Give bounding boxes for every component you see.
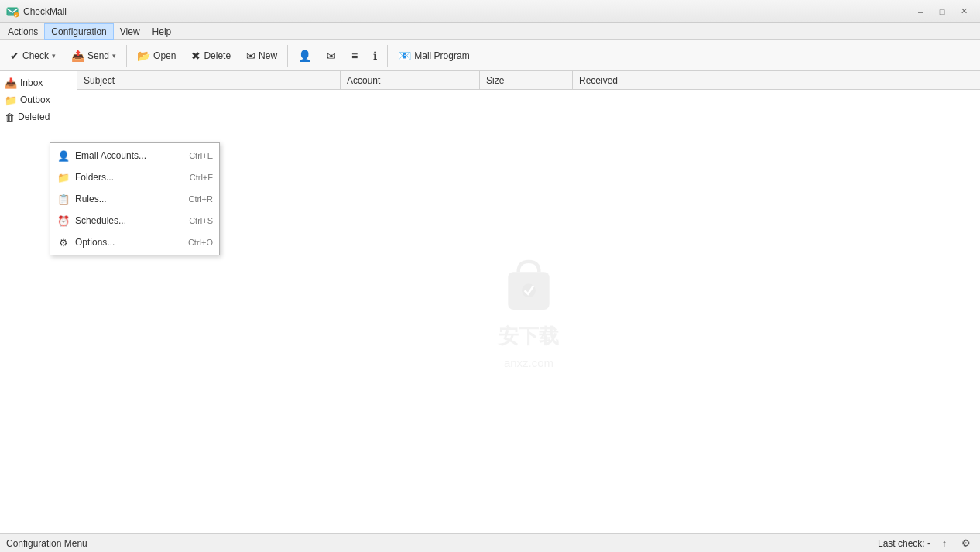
title-bar: ✔ CheckMail – □ ✕ <box>0 0 980 23</box>
send-button[interactable]: 📤 Send ▾ <box>64 43 123 68</box>
sidebar-item-inbox[interactable]: 📥 Inbox <box>0 74 77 91</box>
watermark-site: anxz.com <box>504 356 553 369</box>
menu-schedules[interactable]: ⏰ Schedules... Ctrl+S <box>50 210 219 231</box>
email-accounts-icon: 👤 <box>57 149 70 163</box>
schedules-label: Schedules... <box>75 215 184 226</box>
deleted-icon: 🗑 <box>5 111 15 123</box>
folders-icon: 📁 <box>57 170 70 184</box>
maximize-button[interactable]: □ <box>932 4 952 19</box>
close-button[interactable]: ✕ <box>954 4 974 19</box>
email-accounts-label: Email Accounts... <box>75 150 184 161</box>
toolbar: ✔ Check ▾ 📤 Send ▾ 📂 Open ✖ Delete ✉ New… <box>0 40 980 71</box>
folders-label: Folders... <box>75 172 185 183</box>
filter-button[interactable]: ≡ <box>344 43 365 68</box>
toolbar-separator-3 <box>387 45 388 67</box>
sidebar-outbox-label: Outbox <box>20 94 50 105</box>
delete-label: Delete <box>204 50 231 61</box>
delete-button[interactable]: ✖ Delete <box>184 43 238 68</box>
sidebar-inbox-label: Inbox <box>20 77 43 88</box>
sidebar-item-deleted[interactable]: 🗑 Deleted <box>0 108 77 125</box>
new-icon: ✉ <box>246 50 255 62</box>
configuration-menu: 👤 Email Accounts... Ctrl+E 📁 Folders... … <box>50 142 220 255</box>
open-icon: 📂 <box>137 50 150 62</box>
sidebar-deleted-label: Deleted <box>18 111 50 122</box>
toolbar-separator-1 <box>126 45 127 67</box>
status-bar: Configuration Menu Last check: - ↑ ⚙ <box>0 533 980 552</box>
toolbar-separator-2 <box>287 45 288 67</box>
col-header-received: Received <box>573 71 980 89</box>
main-area: 📥 Inbox 📁 Outbox 🗑 Deleted Subject Accou… <box>0 71 980 533</box>
menu-actions[interactable]: Actions <box>2 23 44 40</box>
compose-icon: ✉ <box>327 50 336 62</box>
open-button[interactable]: 📂 Open <box>130 43 183 68</box>
watermark: 安下载 anxz.com <box>498 255 560 369</box>
inbox-icon: 📥 <box>5 77 17 89</box>
app-title: CheckMail <box>23 6 67 17</box>
menu-help[interactable]: Help <box>146 23 178 40</box>
options-shortcut: Ctrl+O <box>188 238 213 247</box>
menu-configuration[interactable]: Configuration <box>44 23 113 40</box>
title-left: ✔ CheckMail <box>6 5 67 18</box>
folders-shortcut: Ctrl+F <box>190 173 213 182</box>
check-label: Check <box>22 50 49 61</box>
watermark-text: 安下载 <box>499 323 559 350</box>
app-icon: ✔ <box>6 5 19 18</box>
menu-bar: Actions Configuration View Help <box>0 23 980 40</box>
open-label: Open <box>153 50 176 61</box>
column-headers: Subject Account Size Received <box>77 71 980 90</box>
sidebar: 📥 Inbox 📁 Outbox 🗑 Deleted <box>0 71 77 533</box>
compose-button[interactable]: ✉ <box>320 43 343 68</box>
sidebar-item-outbox[interactable]: 📁 Outbox <box>0 91 77 108</box>
menu-view[interactable]: View <box>114 23 146 40</box>
info-icon: ℹ <box>373 50 377 62</box>
contact-button[interactable]: 👤 <box>291 43 318 68</box>
menu-rules[interactable]: 📋 Rules... Ctrl+R <box>50 188 219 210</box>
schedules-icon: ⏰ <box>57 214 70 228</box>
rules-shortcut: Ctrl+R <box>189 194 213 204</box>
send-dropdown-arrow[interactable]: ▾ <box>112 52 116 60</box>
mail-program-button[interactable]: 📧 Mail Program <box>391 43 476 68</box>
options-label: Options... <box>75 237 183 248</box>
delete-icon: ✖ <box>191 50 200 62</box>
rules-icon: 📋 <box>57 192 70 206</box>
outbox-icon: 📁 <box>5 94 17 106</box>
mail-program-label: Mail Program <box>414 50 469 61</box>
col-header-subject: Subject <box>77 71 341 89</box>
check-button[interactable]: ✔ Check ▾ <box>3 43 63 68</box>
send-label: Send <box>87 50 109 61</box>
email-accounts-shortcut: Ctrl+E <box>189 151 213 160</box>
content-area: Subject Account Size Received 安下载 anxz.c… <box>77 71 980 533</box>
check-icon: ✔ <box>10 50 19 62</box>
new-button[interactable]: ✉ New <box>239 43 284 68</box>
status-settings-button[interactable]: ⚙ <box>958 537 974 550</box>
svg-point-4 <box>522 283 536 297</box>
menu-email-accounts[interactable]: 👤 Email Accounts... Ctrl+E <box>50 145 219 166</box>
info-button[interactable]: ℹ <box>366 43 384 68</box>
rules-label: Rules... <box>75 194 184 204</box>
last-check-text: Last check: - <box>878 538 930 549</box>
menu-folders[interactable]: 📁 Folders... Ctrl+F <box>50 166 219 188</box>
col-header-size: Size <box>480 71 573 89</box>
send-icon: 📤 <box>71 50 84 62</box>
status-right: Last check: - ↑ ⚙ <box>878 537 974 550</box>
title-controls: – □ ✕ <box>910 4 974 19</box>
contact-icon: 👤 <box>298 50 311 62</box>
mail-program-icon: 📧 <box>398 50 411 62</box>
col-header-account: Account <box>341 71 480 89</box>
watermark-bag-icon <box>498 255 560 317</box>
check-dropdown-arrow[interactable]: ▾ <box>52 52 56 60</box>
minimize-button[interactable]: – <box>910 4 930 19</box>
status-refresh-button[interactable]: ↑ <box>937 537 952 550</box>
svg-text:✔: ✔ <box>15 13 18 18</box>
menu-options[interactable]: ⚙ Options... Ctrl+O <box>50 231 219 253</box>
schedules-shortcut: Ctrl+S <box>189 216 213 225</box>
filter-icon: ≡ <box>351 50 358 62</box>
new-label: New <box>259 50 277 61</box>
options-icon: ⚙ <box>57 235 70 249</box>
status-text: Configuration Menu <box>6 538 87 549</box>
